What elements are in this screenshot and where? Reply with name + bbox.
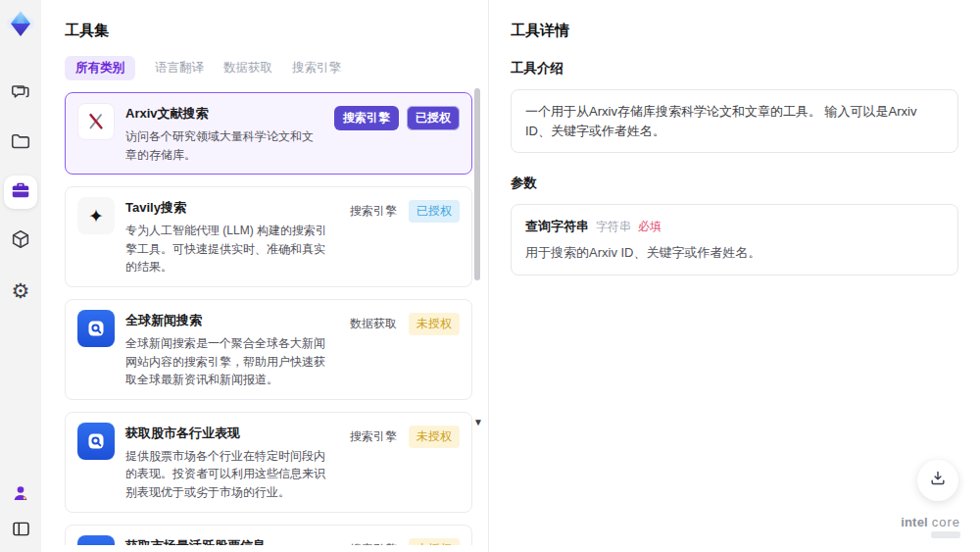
sidebar-item-account[interactable] xyxy=(9,483,32,507)
tool-card-tavily[interactable]: ✦ Tavily搜索 专为人工智能代理 (LLM) 构建的搜索引擎工具。可快速提… xyxy=(65,186,472,287)
download-icon xyxy=(928,469,948,492)
tool-card-active-stocks[interactable]: 获取市场最活跃股票信息 提供当天交易量最高的股票列表。投资者可以利用这些信息来识… xyxy=(65,525,472,545)
sidebar-item-chat[interactable] xyxy=(9,82,32,106)
tool-name: Arxiv文献搜索 xyxy=(125,105,323,123)
detail-title: 工具详情 xyxy=(511,22,958,40)
sidebar-collapse-button[interactable] xyxy=(9,519,32,542)
core-wordmark: core xyxy=(932,515,960,529)
tab-data-acquisition[interactable]: 数据获取 xyxy=(223,56,272,80)
sidebar: ⚙ xyxy=(0,0,41,552)
sidebar-item-files[interactable] xyxy=(9,131,32,155)
tool-name: 全球新闻搜索 xyxy=(125,312,335,329)
category-label: 搜索引擎 xyxy=(346,426,401,448)
tool-description: 全球新闻搜索是一个聚合全球各大新闻网站内容的搜索引擎，帮助用户快速获取全球最新资… xyxy=(125,334,335,389)
folder-icon xyxy=(10,130,31,156)
sidebar-item-models[interactable] xyxy=(9,229,32,253)
category-label: 搜索引擎 xyxy=(346,200,401,223)
auth-status-badge: 已授权 xyxy=(407,106,460,130)
tool-name: Tavily搜索 xyxy=(125,199,335,217)
intro-heading: 工具介绍 xyxy=(511,60,958,77)
tab-all-categories[interactable]: 所有类别 xyxy=(65,56,135,80)
tab-search-engine[interactable]: 搜索引擎 xyxy=(292,56,341,80)
chat-icon xyxy=(10,81,31,107)
tool-description: 访问各个研究领域大量科学论文和文章的存储库。 xyxy=(125,127,323,164)
tool-intro-text: 一个用于从Arxiv存储库搜索科学论文和文章的工具。 输入可以是Arxiv ID… xyxy=(511,89,958,153)
arxiv-logo-icon xyxy=(77,103,115,140)
param-required-flag: 必填 xyxy=(638,219,662,235)
cube-icon xyxy=(10,228,31,254)
app-logo-icon xyxy=(5,8,36,39)
tool-name: 获取股市各行业表现 xyxy=(125,425,335,442)
stock-search-icon xyxy=(77,423,115,460)
tool-description: 提供股票市场各个行业在特定时间段内的表现。投资者可以利用这些信息来识别表现优于或… xyxy=(125,447,335,502)
toolbox-icon xyxy=(10,179,31,205)
auth-status-badge: 已授权 xyxy=(409,200,460,223)
auth-status-badge: 未授权 xyxy=(409,313,460,335)
params-heading: 参数 xyxy=(511,175,958,192)
tool-card-global-news[interactable]: 全球新闻搜索 全球新闻搜索是一个聚合全球各大新闻网站内容的搜索引擎，帮助用户快速… xyxy=(65,299,472,400)
user-icon xyxy=(10,482,31,508)
news-search-icon xyxy=(77,310,115,347)
param-description: 用于搜索的Arxiv ID、关键字或作者姓名。 xyxy=(525,244,944,262)
intel-wordmark: intel xyxy=(901,515,928,529)
tool-description: 专为人工智能代理 (LLM) 构建的搜索引擎工具。可快速提供实时、准确和真实的结… xyxy=(125,222,335,276)
tab-language-translation[interactable]: 语言翻译 xyxy=(155,56,204,80)
tool-detail-panel: 工具详情 工具介绍 一个用于从Arxiv存储库搜索科学论文和文章的工具。 输入可… xyxy=(488,0,980,552)
stock-search-icon xyxy=(77,535,115,545)
tool-list-panel: 工具集 所有类别 语言翻译 数据获取 搜索引擎 Arxiv文献搜索 访问各个研究… xyxy=(41,0,488,552)
tavily-star-icon: ✦ xyxy=(77,197,115,234)
tool-card-arxiv[interactable]: Arxiv文献搜索 访问各个研究领域大量科学论文和文章的存储库。 搜索引擎 已授… xyxy=(65,92,472,175)
tool-name: 获取市场最活跃股票信息 xyxy=(125,537,335,545)
scrollbar-thumb[interactable] xyxy=(474,88,480,280)
category-badge: 搜索引擎 xyxy=(334,106,399,130)
category-label: 搜索引擎 xyxy=(346,538,401,545)
category-label: 数据获取 xyxy=(346,313,401,335)
scroll-down-arrow-icon[interactable]: ▼ xyxy=(473,417,483,427)
sidebar-item-settings[interactable]: ⚙ xyxy=(9,278,32,302)
sidebar-item-tools[interactable] xyxy=(4,176,37,209)
tool-card-sector-performance[interactable]: 获取股市各行业表现 提供股票市场各个行业在特定时间段内的表现。投资者可以利用这些… xyxy=(65,412,472,513)
intel-core-logo: intel core xyxy=(901,515,960,538)
page-title: 工具集 xyxy=(65,22,488,40)
category-tabs: 所有类别 语言翻译 数据获取 搜索引擎 xyxy=(65,56,488,80)
collapse-panel-icon xyxy=(11,519,31,543)
auth-status-badge: 未授权 xyxy=(409,426,460,448)
param-name: 查询字符串 xyxy=(525,218,589,235)
parameter-card: 查询字符串 字符串 必填 用于搜索的Arxiv ID、关键字或作者姓名。 xyxy=(511,204,958,276)
auth-status-badge: 未授权 xyxy=(409,538,460,545)
param-type: 字符串 xyxy=(596,219,631,235)
download-button[interactable] xyxy=(917,460,958,501)
gear-icon: ⚙ xyxy=(12,280,30,301)
list-scrollbar[interactable] xyxy=(474,88,480,534)
tool-list: Arxiv文献搜索 访问各个研究领域大量科学论文和文章的存储库。 搜索引擎 已授… xyxy=(65,92,472,545)
intel-sub-badge xyxy=(931,531,960,538)
